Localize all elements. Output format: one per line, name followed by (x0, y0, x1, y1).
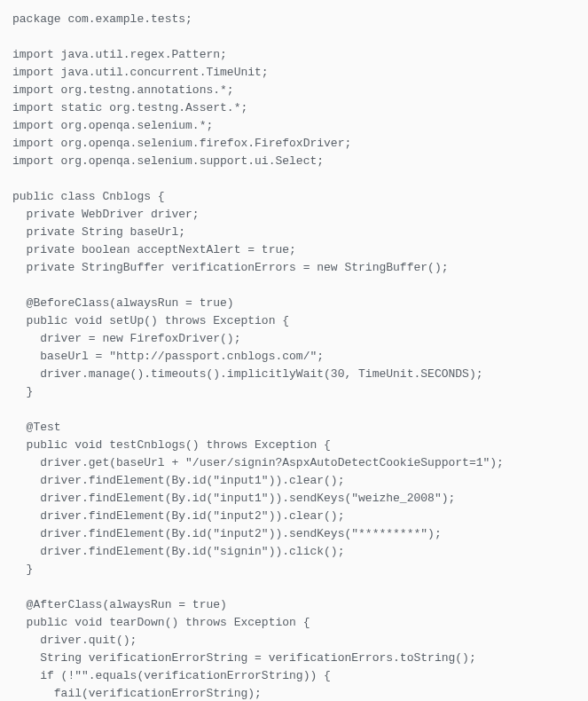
code-line: @Test (12, 419, 576, 437)
code-line: driver = new FirefoxDriver(); (12, 330, 576, 348)
code-line: private boolean acceptNextAlert = true; (12, 241, 576, 259)
code-line (12, 579, 576, 596)
code-line: private String baseUrl; (12, 224, 576, 241)
code-line: driver.findElement(By.id("signin")).clic… (12, 543, 576, 561)
code-line: public void testCnblogs() throws Excepti… (12, 437, 576, 454)
code-line (12, 170, 576, 188)
code-line: fail(verificationErrorString); (12, 685, 576, 701)
code-line: import org.openqa.selenium.firefox.Firef… (12, 135, 576, 153)
code-line: import org.testng.annotations.*; (12, 82, 576, 99)
code-line: @BeforeClass(alwaysRun = true) (12, 295, 576, 312)
code-line: private WebDriver driver; (12, 206, 576, 224)
code-line: driver.findElement(By.id("input1")).clea… (12, 472, 576, 490)
code-line: } (12, 561, 576, 579)
code-line: driver.findElement(By.id("input2")).clea… (12, 508, 576, 525)
code-line: public void setUp() throws Exception { (12, 312, 576, 330)
code-line: public class Cnblogs { (12, 188, 576, 206)
code-line: driver.get(baseUrl + "/user/signin?AspxA… (12, 454, 576, 472)
code-line: public void tearDown() throws Exception … (12, 614, 576, 632)
code-line: String verificationErrorString = verific… (12, 650, 576, 667)
code-line: import static org.testng.Assert.*; (12, 99, 576, 117)
code-line: } (12, 383, 576, 401)
code-line (12, 28, 576, 46)
code-line: import java.util.concurrent.TimeUnit; (12, 64, 576, 82)
code-block: package com.example.tests;import java.ut… (12, 11, 576, 701)
code-line: @AfterClass(alwaysRun = true) (12, 596, 576, 614)
code-line (12, 277, 576, 295)
code-line: driver.quit(); (12, 632, 576, 650)
code-line (12, 401, 576, 419)
code-line: if (!"".equals(verificationErrorString))… (12, 667, 576, 685)
code-line: driver.findElement(By.id("input1")).send… (12, 490, 576, 508)
code-line: package com.example.tests; (12, 11, 576, 28)
code-line: import org.openqa.selenium.*; (12, 117, 576, 135)
code-line: import java.util.regex.Pattern; (12, 46, 576, 64)
code-line: private StringBuffer verificationErrors … (12, 259, 576, 277)
code-line: baseUrl = "http://passport.cnblogs.com/"… (12, 348, 576, 366)
code-line: driver.findElement(By.id("input2")).send… (12, 525, 576, 543)
code-line: driver.manage().timeouts().implicitlyWai… (12, 366, 576, 383)
code-line: import org.openqa.selenium.support.ui.Se… (12, 153, 576, 170)
